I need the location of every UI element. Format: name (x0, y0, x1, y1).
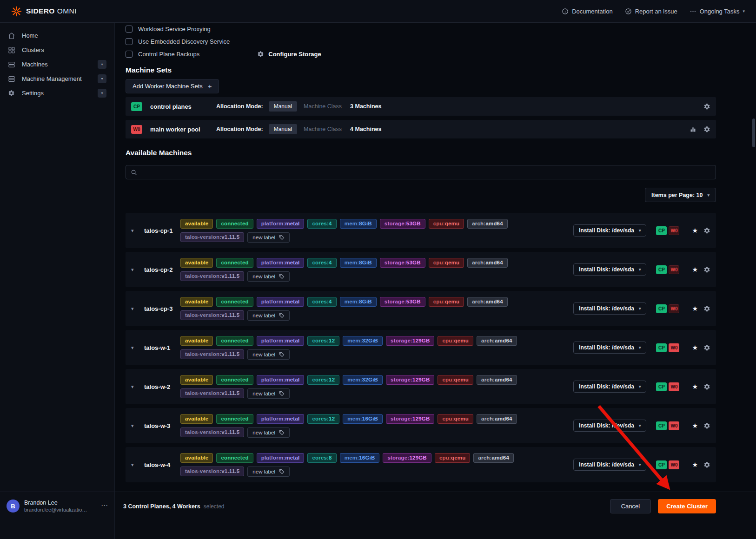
machine-set-name: control planes (150, 103, 216, 110)
install-disk-dropdown[interactable]: Install Disk: /dev/sda ▾ (573, 381, 646, 393)
star-icon[interactable]: ★ (692, 305, 698, 312)
cp-toggle[interactable]: CP (656, 343, 667, 352)
topbar-link-report-an-issue[interactable]: Report an issue (625, 8, 677, 15)
create-cluster-button[interactable]: Create Cluster (658, 499, 716, 513)
machine-tag: cpu:qemu (438, 414, 473, 424)
w0-toggle[interactable]: W0 (669, 304, 679, 313)
chevron-down-icon[interactable]: ▾ (131, 306, 139, 312)
chevron-down-icon[interactable]: ▾ (98, 89, 106, 98)
machine-row: ▾ talos-cp-2 availableconnectedplatform:… (126, 252, 716, 287)
gear-icon[interactable] (703, 383, 710, 390)
install-disk-dropdown[interactable]: Install Disk: /dev/sda ▾ (573, 342, 646, 354)
manual-mode-button[interactable]: Manual (269, 124, 297, 134)
cp-toggle[interactable]: CP (656, 382, 667, 391)
cp-toggle[interactable]: CP (656, 226, 667, 235)
machine-tag: connected (216, 414, 253, 424)
install-disk-dropdown[interactable]: Install Disk: /dev/sda ▾ (573, 224, 646, 237)
brand[interactable]: SIDEROOMNI (11, 6, 77, 17)
install-disk-dropdown[interactable]: Install Disk: /dev/sda ▾ (573, 459, 646, 471)
gear-icon[interactable] (703, 103, 710, 110)
gear-icon[interactable] (703, 126, 710, 133)
w0-toggle[interactable]: W0 (669, 226, 679, 235)
tag-line-1: availableconnectedplatform:metalcores:4m… (180, 219, 508, 229)
machine-tag: connected (216, 258, 253, 268)
gear-icon[interactable] (703, 227, 710, 234)
topbar-link-ongoing-tasks[interactable]: Ongoing Tasks▾ (690, 8, 745, 15)
selection-summary: 3 Control Planes, 4 Workers selected (123, 499, 225, 513)
w0-toggle[interactable]: W0 (669, 421, 679, 430)
new-label-button[interactable]: new label (247, 310, 290, 321)
machine-class-mode-button[interactable]: Machine Class (304, 126, 342, 132)
machine-tag: available (180, 297, 213, 307)
machine-tag: platform:metal (257, 219, 305, 229)
install-disk-dropdown[interactable]: Install Disk: /dev/sda ▾ (573, 302, 646, 315)
chevron-down-icon[interactable]: ▾ (131, 345, 139, 351)
star-icon[interactable]: ★ (692, 422, 698, 429)
sidebar-item-machines[interactable]: Machines ▾ (0, 57, 114, 72)
scrollbar-thumb[interactable] (752, 118, 755, 147)
topbar-link-documentation[interactable]: Documentation (562, 8, 612, 15)
star-icon[interactable]: ★ (692, 266, 698, 273)
chevron-down-icon[interactable]: ▾ (131, 423, 139, 429)
w0-toggle[interactable]: W0 (669, 343, 679, 352)
w0-toggle[interactable]: W0 (669, 460, 679, 469)
checkbox-use-embedded-discovery-service[interactable] (126, 38, 133, 45)
gear-icon[interactable] (703, 305, 710, 312)
gear-icon[interactable] (703, 422, 710, 429)
machine-sets-list: CP control planes Allocation Mode: Manua… (126, 97, 716, 138)
cp-toggle[interactable]: CP (656, 421, 667, 430)
cp-toggle[interactable]: CP (656, 460, 667, 469)
star-icon[interactable]: ★ (692, 227, 698, 234)
sidebar-item-clusters[interactable]: Clusters (0, 43, 114, 57)
scale-chart-icon[interactable] (690, 126, 696, 133)
user-menu-button[interactable]: ⋯ (101, 500, 108, 510)
machine-name: talos-cp-1 (144, 227, 177, 234)
tag-line-1: availableconnectedplatform:metalcores:8m… (180, 453, 514, 463)
star-icon[interactable]: ★ (692, 461, 698, 468)
machine-class-mode-button[interactable]: Machine Class (304, 103, 342, 110)
search-input[interactable] (141, 169, 711, 176)
chevron-down-icon[interactable]: ▾ (131, 228, 139, 234)
machine-row-actions: Install Disk: /dev/sda ▾ CP W0 ★ (573, 302, 710, 315)
new-label-button[interactable]: new label (247, 388, 290, 399)
chevron-down-icon[interactable]: ▾ (131, 462, 139, 468)
gear-icon[interactable] (703, 266, 710, 273)
machine-tags: availableconnectedplatform:metalcores:12… (180, 375, 517, 399)
machine-name: talos-w-1 (144, 344, 177, 351)
cp-toggle[interactable]: CP (656, 304, 667, 313)
sidebar-item-settings[interactable]: Settings ▾ (0, 86, 114, 100)
gear-icon[interactable] (703, 344, 710, 351)
add-button-label: Add Worker Machine Sets (133, 83, 203, 90)
topbar-link-label: Ongoing Tasks (700, 8, 740, 15)
items-per-page-dropdown[interactable]: Items per Page: 10 ▾ (645, 188, 716, 202)
new-label-button[interactable]: new label (247, 232, 290, 243)
chevron-down-icon[interactable]: ▾ (98, 74, 106, 83)
star-icon[interactable]: ★ (692, 383, 698, 390)
install-disk-dropdown[interactable]: Install Disk: /dev/sda ▾ (573, 420, 646, 432)
sidebar-item-home[interactable]: Home (0, 28, 114, 43)
brand-sidero: SIDERO (26, 7, 55, 15)
new-label-button[interactable]: new label (247, 427, 290, 438)
chevron-down-icon[interactable]: ▾ (131, 267, 139, 273)
tag-icon (279, 313, 285, 318)
manual-mode-button[interactable]: Manual (269, 101, 297, 112)
chevron-down-icon[interactable]: ▾ (131, 384, 139, 390)
new-label-button[interactable]: new label (247, 349, 290, 360)
machine-row-actions: Install Disk: /dev/sda ▾ CP W0 ★ (573, 420, 710, 432)
w0-toggle[interactable]: W0 (669, 265, 679, 274)
chevron-down-icon[interactable]: ▾ (98, 60, 106, 69)
star-icon[interactable]: ★ (692, 344, 698, 351)
checkbox-workload-service-proxying[interactable] (126, 26, 133, 33)
machine-tag: platform:metal (257, 336, 305, 346)
add-worker-machine-sets-button[interactable]: Add Worker Machine Sets + (126, 79, 219, 93)
new-label-button[interactable]: new label (247, 271, 290, 282)
checkbox-control-plane-backups[interactable] (126, 51, 133, 58)
new-label-button[interactable]: new label (247, 467, 290, 477)
install-disk-dropdown[interactable]: Install Disk: /dev/sda ▾ (573, 263, 646, 276)
gear-icon[interactable] (703, 461, 710, 468)
sidebar-item-machine-management[interactable]: Machine Management ▾ (0, 72, 114, 86)
cp-toggle[interactable]: CP (656, 265, 667, 274)
w0-toggle[interactable]: W0 (669, 382, 679, 391)
configure-storage-button[interactable]: Configure Storage (257, 51, 321, 58)
cancel-button[interactable]: Cancel (610, 499, 651, 513)
